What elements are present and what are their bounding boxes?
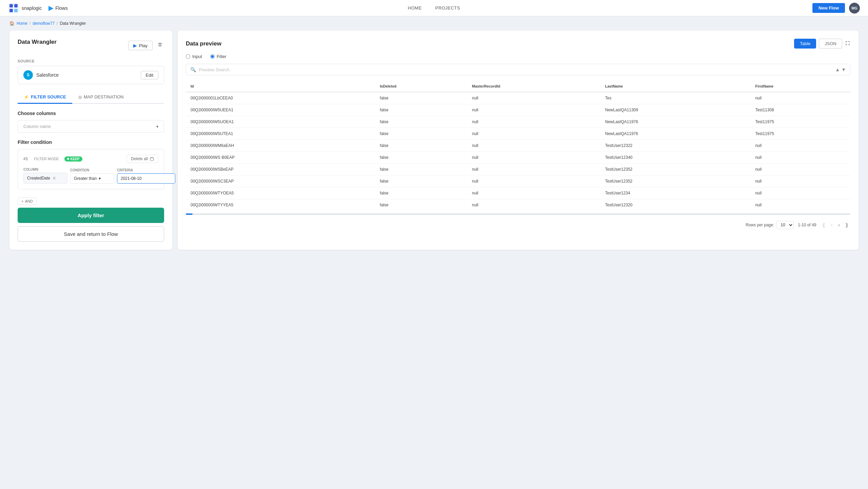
- table-cell-masterrecordid: null: [467, 199, 600, 211]
- delete-all-icon: [150, 157, 154, 161]
- edit-source-button[interactable]: Edit: [141, 71, 158, 79]
- filter-radio-input[interactable]: [210, 54, 215, 59]
- choose-columns-title: Choose columns: [18, 111, 164, 116]
- col-header-id: Id: [186, 81, 375, 92]
- table-view-button[interactable]: Table: [794, 39, 816, 49]
- table-cell-lastname: TestUser12352: [600, 175, 751, 187]
- table-cell-firstname: null: [750, 175, 850, 187]
- criteria-input[interactable]: [117, 173, 175, 184]
- table-row: 00Q2i00000IWTYOEA5falsenullTestUser1234n…: [186, 187, 850, 199]
- tab-filter-source[interactable]: ⚡ FILTER SOURCE: [18, 91, 72, 104]
- table-cell-isdeleted: false: [375, 164, 467, 175]
- table-cell-isdeleted: false: [375, 175, 467, 187]
- breadcrumb: 🏠 Home / demoflow77 / Data Wrangler: [0, 16, 868, 31]
- filter-radio-option[interactable]: Filter: [210, 54, 226, 59]
- table-cell-lastname: TestUser1234: [600, 187, 751, 199]
- and-button[interactable]: + AND: [18, 198, 37, 205]
- table-row: 00Q2i00000IW5UTEA1falsenullNewLastQA1197…: [186, 128, 850, 140]
- pagination: Rows per page: 10 25 50 1-10 of 49 ⟪ ‹ ›…: [186, 216, 850, 229]
- column-select-placeholder: Column name: [23, 124, 51, 129]
- breadcrumb-home-link[interactable]: Home: [17, 21, 27, 26]
- table-row: 00Q2i00000IW5UEEA1falsenullNewLastQA1130…: [186, 104, 850, 116]
- table-cell-masterrecordid: null: [467, 175, 600, 187]
- table-cell-lastname: Tes: [600, 92, 751, 104]
- table-cell-masterrecordid: null: [467, 164, 600, 175]
- rows-per-page-select[interactable]: 10 25 50: [776, 221, 794, 229]
- col-header-firstname: FirstName: [750, 81, 850, 92]
- table-cell-masterrecordid: null: [467, 128, 600, 140]
- panel-title: Data Wrangler: [18, 39, 57, 45]
- filter-source-tab-label: FILTER SOURCE: [31, 94, 66, 99]
- table-cell-id: 00Q2i00000IW5UEEA1: [186, 104, 375, 116]
- table-cell-id: 00Q2i00000IWSC3EAP: [186, 175, 375, 187]
- flows-link[interactable]: ▶ Flows: [48, 4, 68, 12]
- table-cell-masterrecordid: null: [467, 140, 600, 152]
- table-cell-id: 00Q2i000001LbCEEA0: [186, 92, 375, 104]
- save-return-button[interactable]: Save and return to Flow: [18, 226, 164, 242]
- tab-map-destination[interactable]: ◎ MAP DESTINATION: [72, 91, 130, 104]
- search-down-button[interactable]: ▼: [841, 67, 846, 72]
- breadcrumb-current: Data Wrangler: [60, 21, 86, 26]
- last-page-button[interactable]: ⟫: [843, 221, 850, 229]
- table-cell-id: 00Q2i00000IWS B0EAP: [186, 152, 375, 164]
- table-cell-firstname: Test11308: [750, 104, 850, 116]
- play-button-label: Play: [139, 43, 147, 48]
- preview-search-bar: 🔍 Preview Search ▲ ▼: [186, 64, 850, 75]
- table-row: 00Q2i00000IWS B0EAPfalsenullTestUser1234…: [186, 152, 850, 164]
- logo-text: snaplogic: [22, 5, 42, 11]
- table-cell-firstname: null: [750, 199, 850, 211]
- page-info: 1-10 of 49: [798, 223, 816, 227]
- svg-rect-4: [14, 9, 18, 12]
- next-page-button[interactable]: ›: [836, 221, 842, 229]
- svg-rect-2: [14, 4, 18, 7]
- play-button[interactable]: ▶ Play: [128, 41, 153, 50]
- breadcrumb-home-icon: 🏠: [9, 21, 15, 26]
- data-table: Id IsDeleted MasterRecordId LastName Fir…: [186, 81, 850, 211]
- search-up-button[interactable]: ▲: [835, 67, 840, 72]
- filter-tab-icon: ⚡: [24, 95, 29, 99]
- breadcrumb-demoflow-link[interactable]: demoflow77: [33, 21, 55, 26]
- condition-field-label: CONDITION: [70, 168, 114, 172]
- table-cell-isdeleted: false: [375, 104, 467, 116]
- table-cell-firstname: null: [750, 152, 850, 164]
- delete-button[interactable]: [156, 41, 164, 50]
- table-row: 00Q2i00000IW5UOEA1falsenullNewLastQA1197…: [186, 116, 850, 128]
- projects-nav-link[interactable]: PROJECTS: [435, 4, 460, 12]
- delete-all-button[interactable]: Delete all: [126, 155, 158, 163]
- table-row: 00Q2i000001LbCEEA0falsenullTesnull: [186, 92, 850, 104]
- input-radio-option[interactable]: Input: [186, 54, 202, 59]
- filter-radio-label: Filter: [217, 54, 226, 59]
- column-select-dropdown[interactable]: Column name ▾: [18, 120, 164, 133]
- table-cell-masterrecordid: null: [467, 152, 600, 164]
- svg-rect-7: [150, 158, 154, 161]
- apply-filter-button[interactable]: Apply filter: [18, 208, 164, 223]
- preview-radio-group: Input Filter: [186, 54, 850, 59]
- table-cell-masterrecordid: null: [467, 92, 600, 104]
- input-radio-label: Input: [192, 54, 202, 59]
- logo[interactable]: snaplogic: [8, 3, 42, 14]
- col-header-lastname: LastName: [600, 81, 751, 92]
- input-radio-input[interactable]: [186, 54, 190, 59]
- condition-dropdown[interactable]: Greater than ▾: [70, 173, 114, 184]
- table-cell-masterrecordid: null: [467, 116, 600, 128]
- user-avatar[interactable]: MG: [849, 3, 860, 14]
- table-cell-lastname: TestUser12340: [600, 152, 751, 164]
- data-preview-title: Data preview: [186, 40, 221, 47]
- table-cell-firstname: null: [750, 140, 850, 152]
- svg-rect-1: [9, 4, 13, 7]
- first-page-button[interactable]: ⟪: [820, 221, 827, 229]
- expand-button[interactable]: [845, 40, 850, 47]
- prev-page-button[interactable]: ‹: [829, 221, 834, 229]
- new-flow-button[interactable]: New Flow: [812, 3, 845, 13]
- search-input[interactable]: Preview Search: [199, 67, 230, 72]
- json-view-button[interactable]: JSON: [819, 39, 842, 49]
- table-cell-firstname: Test11975: [750, 128, 850, 140]
- column-clear-icon[interactable]: ✕: [52, 175, 56, 181]
- source-box: S Salesforce Edit: [18, 66, 164, 84]
- table-cell-lastname: NewLastQA11976: [600, 128, 751, 140]
- criteria-field-label: CRITERIA: [117, 168, 175, 172]
- home-nav-link[interactable]: HOME: [408, 4, 422, 12]
- table-cell-id: 00Q2i00000IW5UOEA1: [186, 116, 375, 128]
- column-field[interactable]: CreatedDate ✕: [23, 173, 67, 184]
- table-cell-lastname: NewLastQA11309: [600, 104, 751, 116]
